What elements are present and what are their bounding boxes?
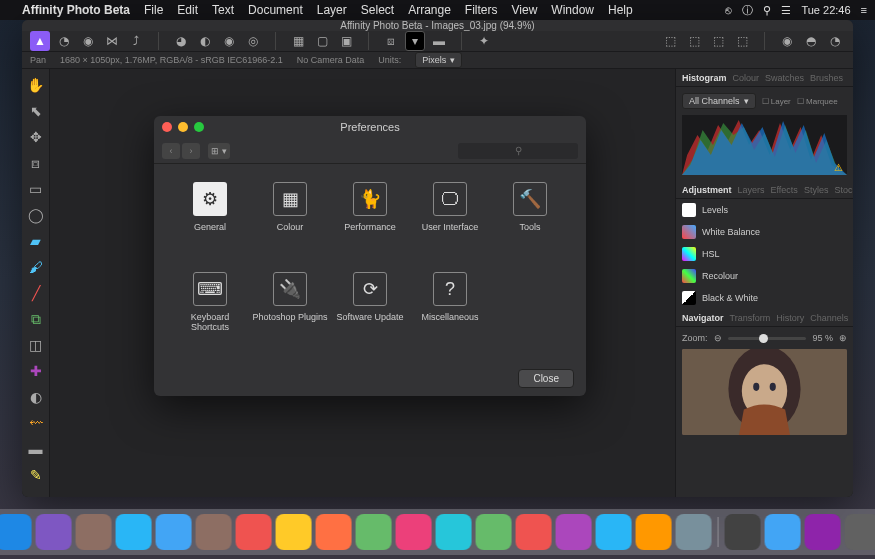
prefs-view-toggle[interactable]: ⊞ ▾	[208, 143, 230, 159]
search-icon[interactable]: ⚲	[763, 4, 771, 17]
app-menu[interactable]: Affinity Photo Beta	[22, 3, 130, 17]
dock-maps-icon[interactable]	[355, 514, 391, 550]
info-icon[interactable]: ⓘ	[742, 3, 753, 18]
prefs-back-button[interactable]: ‹	[162, 143, 180, 159]
tab-layers[interactable]: Layers	[738, 185, 765, 195]
adjustment-item[interactable]: Black & White	[676, 287, 853, 309]
dock-calendar-icon[interactable]	[235, 514, 271, 550]
menu-filters[interactable]: Filters	[465, 3, 498, 17]
dock-news-icon[interactable]	[515, 514, 551, 550]
notification-center-icon[interactable]: ≡	[861, 4, 867, 16]
tab-channels[interactable]: Channels	[810, 313, 848, 323]
tab-stock[interactable]: Stock	[834, 185, 853, 195]
tab-transform[interactable]: Transform	[730, 313, 771, 323]
menu-edit[interactable]: Edit	[177, 3, 198, 17]
histogram-channel-dropdown[interactable]: All Channels ▾	[682, 93, 756, 109]
adjustment-item[interactable]: Levels	[676, 199, 853, 221]
window-minimize-button[interactable]	[178, 122, 188, 132]
menu-view[interactable]: View	[512, 3, 538, 17]
tab-colour[interactable]: Colour	[733, 73, 760, 83]
tab-swatches[interactable]: Swatches	[765, 73, 804, 83]
tab-adjustment[interactable]: Adjustment	[682, 185, 732, 195]
share-icon[interactable]: ⎋	[725, 4, 732, 16]
pen-tool-icon[interactable]: ✎	[26, 465, 46, 485]
dock-numbers-icon[interactable]	[635, 514, 671, 550]
persona-liquify-icon[interactable]: ◔	[54, 31, 74, 51]
pointer-tool-icon[interactable]: ⬉	[26, 101, 46, 121]
dock-trash-icon[interactable]	[844, 514, 875, 550]
dock-safari-icon[interactable]	[115, 514, 151, 550]
dock-reminders-icon[interactable]	[315, 514, 351, 550]
pref-item-software-update[interactable]: ⟳Software Update	[332, 272, 408, 352]
adjustment-item[interactable]: HSL	[676, 243, 853, 265]
dock-downloads-icon[interactable]	[764, 514, 800, 550]
dock-settings-icon[interactable]	[675, 514, 711, 550]
tab-effects[interactable]: Effects	[771, 185, 798, 195]
prefs-search-input[interactable]: ⚲	[458, 143, 578, 159]
units-dropdown[interactable]: Pixels ▾	[415, 52, 462, 68]
flood-tool-icon[interactable]: ▰	[26, 231, 46, 251]
pref-item-keyboard-shortcuts[interactable]: ⌨Keyboard Shortcuts	[172, 272, 248, 352]
persona-photo-icon[interactable]: ▲	[30, 31, 50, 51]
tab-navigator[interactable]: Navigator	[682, 313, 724, 323]
dock-affinity-icon[interactable]	[804, 514, 840, 550]
menu-file[interactable]: File	[144, 3, 163, 17]
invert-select-icon[interactable]: ▣	[336, 31, 356, 51]
dock-siri-icon[interactable]	[35, 514, 71, 550]
pref-item-general[interactable]: ⚙General	[172, 182, 248, 262]
shape-tool-icon[interactable]: ▢	[26, 491, 46, 497]
navigator-preview[interactable]	[682, 349, 847, 435]
tab-history[interactable]: History	[776, 313, 804, 323]
tab-styles[interactable]: Styles	[804, 185, 829, 195]
brush-tool-icon[interactable]: 🖌	[26, 257, 46, 277]
clock[interactable]: Tue 22:46	[801, 4, 850, 16]
select-all-icon[interactable]: ▦	[288, 31, 308, 51]
prefs-forward-button[interactable]: ›	[182, 143, 200, 159]
dock-launchpad-icon[interactable]	[75, 514, 111, 550]
marquee-tool-icon[interactable]: ▭	[26, 179, 46, 199]
adjustment-item[interactable]: Recolour	[676, 265, 853, 287]
menu-window[interactable]: Window	[551, 3, 594, 17]
menu-arrange[interactable]: Arrange	[408, 3, 451, 17]
gradient-tool-icon[interactable]: ▬	[26, 439, 46, 459]
pref-item-user-interface[interactable]: 🖵User Interface	[412, 182, 488, 262]
menu-text[interactable]: Text	[212, 3, 234, 17]
persona-develop-icon[interactable]: ◉	[78, 31, 98, 51]
zoom-in-button[interactable]: ⊕	[839, 333, 847, 343]
move-tool-icon[interactable]: ✥	[26, 127, 46, 147]
dock-itunes-icon[interactable]	[555, 514, 591, 550]
pref-item-photoshop-plugins[interactable]: 🔌Photoshop Plugins	[252, 272, 328, 352]
control-center-icon[interactable]: ☰	[781, 4, 791, 17]
crop-tool-icon[interactable]: ⧇	[381, 31, 401, 51]
tab-histogram[interactable]: Histogram	[682, 73, 727, 83]
clone-tool-icon[interactable]: ⧉	[26, 309, 46, 329]
contrast-icon[interactable]: ◐	[195, 31, 215, 51]
hue-icon[interactable]: ◉	[219, 31, 239, 51]
dock-terminal-icon[interactable]	[724, 514, 760, 550]
zoom-out-button[interactable]: ⊖	[714, 333, 722, 343]
assistant-icon[interactable]: ◓	[801, 31, 821, 51]
persona-export-icon[interactable]: ⤴	[126, 31, 146, 51]
zoom-slider[interactable]	[728, 337, 807, 340]
dock-facetime-icon[interactable]	[475, 514, 511, 550]
heal-tool-icon[interactable]: ✚	[26, 361, 46, 381]
arrange-forward-icon[interactable]: ⬚	[708, 31, 728, 51]
arrange-back-icon[interactable]: ⬚	[660, 31, 680, 51]
menu-layer[interactable]: Layer	[317, 3, 347, 17]
deselect-icon[interactable]: ▢	[312, 31, 332, 51]
arrange-backward-icon[interactable]: ⬚	[684, 31, 704, 51]
persona-tone-icon[interactable]: ⋈	[102, 31, 122, 51]
color-wheel-icon[interactable]: ◕	[171, 31, 191, 51]
dock-photos-icon[interactable]	[395, 514, 431, 550]
adjustment-item[interactable]: White Balance	[676, 221, 853, 243]
window-zoom-button[interactable]	[194, 122, 204, 132]
swatch-icon[interactable]: ▾	[405, 31, 425, 51]
arrange-front-icon[interactable]: ⬚	[732, 31, 752, 51]
dock-appstore-icon[interactable]	[595, 514, 631, 550]
dock-contacts-icon[interactable]	[195, 514, 231, 550]
dock-finder-icon[interactable]	[0, 514, 31, 550]
menu-document[interactable]: Document	[248, 3, 303, 17]
paint-tool-icon[interactable]: ╱	[26, 283, 46, 303]
dock-mail-icon[interactable]	[155, 514, 191, 550]
hand-tool-icon[interactable]: ✋	[26, 75, 46, 95]
